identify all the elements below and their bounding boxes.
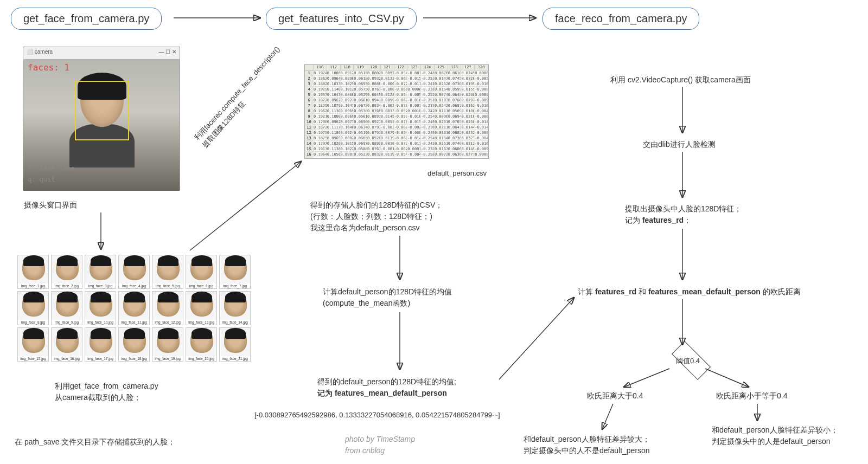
- camera-caption: 摄像头窗口界面: [24, 199, 77, 211]
- left-text-usage: 利用get_face_from_camera.py 从camera截取到的人脸；: [55, 381, 158, 403]
- watermark: photo by TimeStamp from cnblog: [345, 434, 415, 456]
- camera-view: faces: 1 s: save face q: quit: [23, 59, 180, 191]
- camera-opt-quit: q: quit: [28, 176, 55, 183]
- face-thumbnail: img_face_4.jpg: [118, 255, 150, 289]
- face-thumbnail: img_face_21.jpg: [219, 327, 251, 362]
- svg-line-3: [190, 162, 301, 250]
- mid-text-mean-result-1: 得到的default_person的128D特征的均值;: [317, 376, 456, 388]
- face-thumbnail: img_face_17.jpg: [85, 327, 116, 362]
- right-t2: 交由dlib进行人脸检测: [643, 139, 716, 150]
- face-thumbnail: img_face_6.jpg: [186, 255, 217, 289]
- face-thumbnail: img_face_7.jpg: [219, 255, 251, 289]
- svg-line-6: [499, 298, 574, 379]
- mid-vector-sample: [-0.030892765492592986, 0.13333227054068…: [254, 410, 500, 421]
- svg-line-13: [602, 404, 613, 429]
- face-thumbnails-grid: img_face_1.jpgimg_face_2.jpgimg_face_3.j…: [17, 255, 251, 362]
- camera-window-controls: — ☐ ✕: [158, 49, 176, 57]
- right-t1: 利用 cv2.VideoCapture() 获取camera画面: [610, 74, 751, 86]
- pill-step1: get_face_from_camera.py: [11, 8, 162, 30]
- camera-window-title: ⬜ camera: [27, 49, 53, 57]
- right-t4: 计算 features_rd 和 features_mean_default_p…: [578, 286, 801, 298]
- face-thumbnail: img_face_19.jpg: [152, 327, 183, 362]
- result-right: 和default_person人脸特征差异较小； 判定摄像头中的人是defaul…: [712, 424, 838, 447]
- face-thumbnail: img_face_3.jpg: [85, 255, 116, 289]
- result-left: 和default_person人脸特征差异较大； 判定摄像头中的人不是defau…: [524, 434, 650, 456]
- face-thumbnail: img_face_2.jpg: [51, 255, 82, 289]
- face-thumbnail: img_face_1.jpg: [17, 255, 49, 289]
- faces-count-overlay: faces: 1: [28, 62, 69, 73]
- face-thumbnail: img_face_5.jpg: [152, 255, 183, 289]
- camera-opt-save: s: save face: [28, 165, 75, 172]
- face-thumbnail: img_face_20.jpg: [186, 327, 217, 362]
- csv-caption: default_person.csv: [427, 168, 487, 179]
- face-thumbnail: img_face_13.jpg: [186, 291, 217, 325]
- face-thumbnail: img_face_15.jpg: [17, 327, 49, 362]
- face-thumbnail: img_face_11.jpg: [118, 291, 150, 325]
- face-thumbnail: img_face_16.jpg: [51, 327, 82, 362]
- mid-text-compute-mean: 计算default_person的128D特征的均值 (compute_the_…: [323, 286, 452, 309]
- mid-text-csv-desc: 得到的存储人脸们的128D特征的CSV； (行数：人脸数；列数：128D特征；)…: [310, 199, 443, 234]
- face-thumbnail: img_face_12.jpg: [152, 291, 183, 325]
- svg-line-12: [705, 369, 749, 387]
- face-thumbnail: img_face_10.jpg: [85, 291, 116, 325]
- right-t3b: 记为 features_rd；: [625, 215, 691, 226]
- pill-step3: face_reco_from_camera.py: [542, 8, 699, 30]
- face-thumbnail: img_face_14.jpg: [219, 291, 251, 325]
- svg-line-11: [624, 369, 669, 387]
- face-thumbnail: img_face_8.jpg: [17, 291, 49, 325]
- face-thumbnail: img_face_18.jpg: [118, 327, 150, 362]
- threshold-label: 阈值0.4: [676, 356, 700, 366]
- edge-label-compute-descriptor: 利用facerec.compute_face_descriptor() 提取图像…: [192, 44, 290, 150]
- face-thumbnail: img_face_9.jpg: [51, 291, 82, 325]
- face-bounding-box: [75, 81, 129, 140]
- left-text-path-save: 在 path_save 文件夹目录下存储捕获到的人脸；: [15, 436, 175, 448]
- branch-left: 欧氏距离大于0.4: [587, 390, 643, 402]
- camera-window: ⬜ camera — ☐ ✕ faces: 1 s: save face q: …: [23, 47, 180, 190]
- pill-step2: get_features_into_CSV.py: [266, 8, 417, 30]
- mid-text-mean-result-2: 记为 features_mean_default_person: [317, 388, 447, 399]
- csv-preview: 1161171181191201211221231241251261271281…: [304, 64, 489, 159]
- branch-right: 欧氏距离小于等于0.4: [716, 390, 787, 402]
- right-t3a: 提取出摄像头中人脸的128D特征；: [625, 203, 742, 215]
